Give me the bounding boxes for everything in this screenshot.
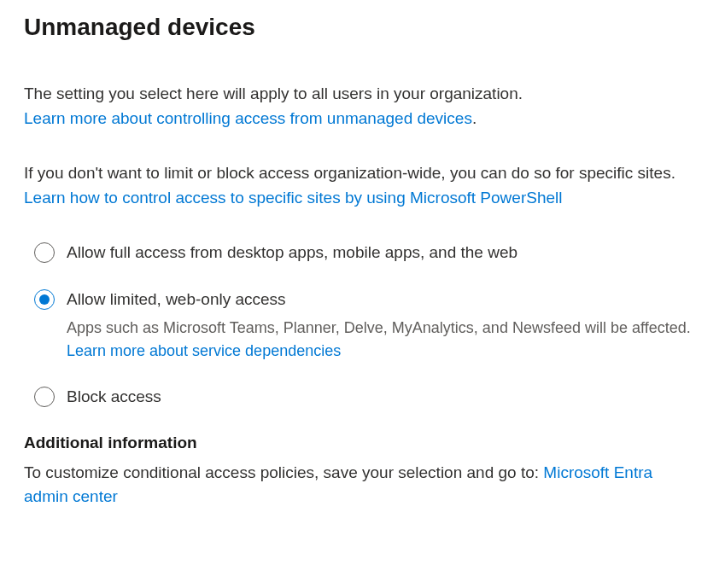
additional-heading: Additional information <box>24 434 701 452</box>
options-group: Allow full access from desktop apps, mob… <box>24 241 701 410</box>
learn-powershell-link[interactable]: Learn how to control access to specific … <box>24 189 562 207</box>
link-suffix: . <box>472 109 477 127</box>
option-limited-access-label: Allow limited, web-only access <box>67 288 701 312</box>
option-block-access-label: Block access <box>67 385 701 410</box>
option-limited-access-desc: Apps such as Microsoft Teams, Planner, D… <box>67 317 701 363</box>
intro-block-1: The setting you select here will apply t… <box>24 82 701 131</box>
page-title: Unmanaged devices <box>24 14 701 41</box>
option-limited-access[interactable]: Allow limited, web-only access Apps such… <box>24 288 701 364</box>
radio-block-access[interactable] <box>34 387 55 407</box>
intro-text-2: If you don't want to limit or block acce… <box>24 161 701 186</box>
radio-limited-access[interactable] <box>34 289 55 310</box>
option-full-access-label: Allow full access from desktop apps, mob… <box>67 241 701 265</box>
option-full-access[interactable]: Allow full access from desktop apps, mob… <box>24 241 701 265</box>
intro-block-2: If you don't want to limit or block acce… <box>24 161 701 210</box>
service-dependencies-link[interactable]: Learn more about service dependencies <box>67 342 341 359</box>
intro-text-1: The setting you select here will apply t… <box>24 82 701 107</box>
option-block-access[interactable]: Block access <box>24 385 701 410</box>
learn-unmanaged-devices-link[interactable]: Learn more about controlling access from… <box>24 109 472 127</box>
additional-text: To customize conditional access policies… <box>24 461 701 509</box>
radio-full-access[interactable] <box>34 242 55 263</box>
